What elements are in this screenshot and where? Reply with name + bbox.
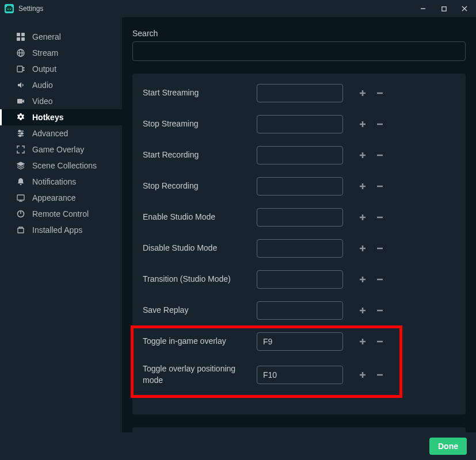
sidebar-item-game-overlay[interactable]: Game Overlay [0, 141, 122, 158]
add-hotkey-button[interactable] [356, 368, 370, 382]
hotkey-row-start-streaming: Start Streaming [143, 84, 455, 102]
add-hotkey-button[interactable] [356, 179, 370, 193]
svg-point-2 [7, 9, 9, 10]
remove-hotkey-button[interactable] [373, 304, 387, 317]
hotkey-input[interactable] [257, 146, 343, 164]
apps-icon [16, 225, 25, 235]
svg-marker-23 [17, 162, 24, 166]
sidebar-item-general[interactable]: General [0, 29, 122, 45]
hotkey-input[interactable] [257, 366, 343, 384]
hotkey-row-stop-streaming: Stop Streaming [143, 115, 455, 133]
sidebar: General Stream Output Audio Video Hotkey… [0, 17, 122, 432]
sidebar-item-label: General [32, 32, 61, 41]
search-input[interactable] [132, 41, 466, 61]
remove-hotkey-button[interactable] [373, 117, 387, 131]
remove-hotkey-button[interactable] [373, 210, 387, 224]
svg-rect-24 [17, 195, 24, 200]
svg-rect-1 [7, 6, 12, 7]
hotkey-input[interactable] [257, 208, 343, 227]
audio-icon [16, 80, 25, 90]
sidebar-item-stream[interactable]: Stream [0, 45, 122, 61]
sidebar-item-installed-apps[interactable]: Installed Apps [0, 222, 122, 238]
remove-hotkey-button[interactable] [373, 86, 387, 100]
sidebar-item-label: Scene Collections [32, 161, 97, 170]
remove-hotkey-button[interactable] [373, 273, 387, 286]
hotkey-row-enable-studio-mode: Enable Studio Mode [143, 208, 455, 227]
hotkey-input[interactable] [257, 239, 343, 258]
appearance-icon [16, 193, 25, 202]
sidebar-item-label: Audio [32, 80, 53, 90]
hotkey-label: Enable Studio Mode [143, 212, 251, 223]
sidebar-item-label: Game Overlay [32, 145, 84, 154]
hotkey-row-disable-studio-mode: Disable Studio Mode [143, 239, 455, 258]
sidebar-item-audio[interactable]: Audio [0, 77, 122, 93]
hotkeys-panel: Start Streaming Stop Streaming Start Rec… [132, 74, 466, 415]
hotkey-input[interactable] [257, 115, 343, 133]
svg-rect-0 [6, 7, 13, 12]
done-button[interactable]: Done [429, 438, 467, 455]
sidebar-item-remote-control[interactable]: Remote Control [0, 206, 122, 222]
remove-hotkey-button[interactable] [373, 241, 387, 255]
hotkey-row-toggle-overlay: Toggle in-game overlay [143, 332, 455, 351]
gear-icon [16, 113, 25, 122]
hotkey-row-stop-recording: Stop Recording [143, 177, 455, 195]
hotkey-label: Start Recording [143, 150, 251, 161]
sidebar-item-label: Remote Control [32, 209, 89, 218]
next-panel-preview [132, 427, 466, 432]
hotage-label: Save Replay [143, 305, 251, 316]
svg-rect-16 [17, 99, 22, 103]
window-title: Settings [18, 5, 412, 13]
add-hotkey-button[interactable] [356, 86, 370, 100]
add-hotkey-button[interactable] [356, 273, 370, 286]
sidebar-item-appearance[interactable]: Appearance [0, 190, 122, 206]
sidebar-item-output[interactable]: Output [0, 61, 122, 77]
search-label: Search [132, 29, 466, 38]
svg-point-3 [10, 9, 11, 10]
add-hotkey-button[interactable] [356, 304, 370, 317]
hotkey-input[interactable] [257, 332, 343, 351]
remove-hotkey-button[interactable] [373, 368, 387, 382]
sidebar-item-hotkeys[interactable]: Hotkeys [0, 109, 122, 125]
app-icon [5, 4, 14, 13]
layers-icon [16, 161, 25, 170]
hotkey-label: Toggle overlay positioning mode [143, 363, 251, 386]
hotkey-label: Disable Studio Mode [143, 243, 251, 254]
sidebar-item-notifications[interactable]: Notifications [0, 174, 122, 190]
hotkey-input[interactable] [257, 270, 343, 289]
add-hotkey-button[interactable] [356, 210, 370, 224]
hotkey-input[interactable] [257, 177, 343, 195]
expand-icon [16, 145, 25, 154]
add-hotkey-button[interactable] [356, 117, 370, 131]
bell-icon [16, 177, 25, 186]
svg-rect-5 [441, 6, 445, 10]
close-button[interactable] [458, 2, 471, 16]
remove-hotkey-button[interactable] [373, 148, 387, 162]
sidebar-item-video[interactable]: Video [0, 93, 122, 109]
svg-rect-8 [17, 33, 20, 36]
svg-point-20 [21, 133, 23, 135]
hotkey-row-start-recording: Start Recording [143, 146, 455, 164]
hotkey-label: Transition (Studio Mode) [143, 274, 251, 285]
svg-rect-10 [17, 37, 20, 41]
globe-icon [16, 48, 25, 57]
remove-hotkey-button[interactable] [373, 179, 387, 193]
hotkey-input[interactable] [257, 301, 343, 320]
minimize-button[interactable] [416, 2, 430, 16]
sidebar-item-advanced[interactable]: Advanced [0, 125, 122, 141]
add-hotkey-button[interactable] [356, 148, 370, 162]
output-icon [16, 64, 25, 74]
svg-rect-9 [21, 33, 25, 36]
hotkey-label: Stop Recording [143, 181, 251, 192]
hotkey-label: Start Streaming [143, 87, 251, 99]
hotkey-input[interactable] [257, 84, 343, 102]
sidebar-item-label: Stream [32, 48, 58, 57]
maximize-button[interactable] [437, 2, 451, 16]
sidebar-item-label: Hotkeys [32, 113, 63, 122]
window-controls [416, 2, 471, 16]
remove-hotkey-button[interactable] [373, 335, 387, 348]
add-hotkey-button[interactable] [356, 335, 370, 348]
sidebar-item-scene-collections[interactable]: Scene Collections [0, 158, 122, 174]
sidebar-item-label: Notifications [32, 177, 76, 186]
add-hotkey-button[interactable] [356, 241, 370, 255]
content-area: Search Start Streaming Stop Streaming [122, 17, 476, 432]
